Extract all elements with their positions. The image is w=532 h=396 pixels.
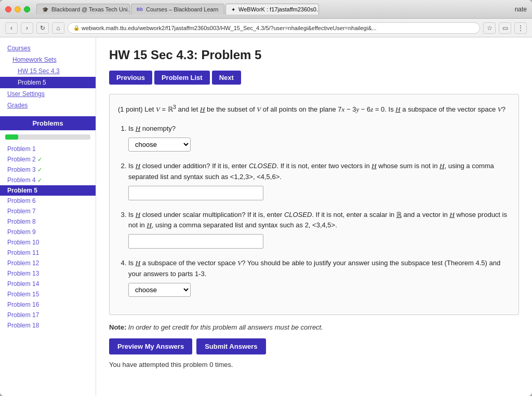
question-3-input[interactable] (128, 234, 263, 249)
note-text: In order to get credit for this problem … (128, 323, 323, 331)
courses-tab-icon: Bb (137, 7, 143, 12)
q1-var-H: H (136, 125, 140, 132)
preview-button[interactable]: Preview My Answers (109, 338, 192, 354)
sidebar-problem-3[interactable]: Problem 3 ✓ (0, 165, 96, 175)
equation: 7x − 3y − 6z = 0 (338, 105, 384, 113)
problem-intro: (1 point) Let V = ℝ3 and let H be the su… (118, 103, 510, 115)
sidebar-problem-10[interactable]: Problem 10 (0, 237, 96, 248)
sidebar-problem-15[interactable]: Problem 15 (0, 289, 96, 299)
browser-window: 🎓 Blackboard @ Texas Tech Uni... ✕ Bb Co… (0, 0, 532, 396)
question-4: Is H a subspace of the vector space V? Y… (128, 258, 510, 297)
attempt-text: You have attempted this problem 0 times. (109, 361, 519, 368)
var-H: H (200, 105, 205, 113)
problem-list: Problem 1 Problem 2 ✓ Problem 3 ✓ Proble… (0, 144, 96, 331)
sidebar-problem-17[interactable]: Problem 17 (0, 310, 96, 320)
sidebar-problem-12[interactable]: Problem 12 (0, 258, 96, 268)
question-3: Is H closed under scalar multiplication?… (128, 210, 510, 249)
question-1: Is H nonempty? choose Yes No (128, 124, 510, 152)
progress-bar-fill (5, 134, 18, 140)
sidebar-problem-2[interactable]: Problem 2 ✓ (0, 154, 96, 165)
q2-var-H3: H (440, 162, 444, 170)
sidebar-user-settings-link[interactable]: User Settings (0, 88, 96, 100)
note-line: Note: In order to get credit for this pr… (109, 323, 519, 331)
question-2: Is H closed under addition? If it is, en… (128, 161, 510, 200)
q3-var-H2: H (449, 211, 454, 219)
sidebar-problem-13[interactable]: Problem 13 (0, 268, 96, 279)
forward-button[interactable]: › (21, 22, 33, 34)
q2-var-H: H (136, 162, 140, 170)
apps-button[interactable]: ⋮ (514, 22, 527, 34)
home-button[interactable]: ⌂ (52, 22, 64, 34)
address-text: webwork.math.ttu.edu/webwork2/f17jastaff… (82, 25, 377, 31)
tab-courses-close[interactable]: ✕ (223, 7, 224, 12)
q2-var-H2: H (371, 162, 376, 170)
sidebar-problem-7[interactable]: Problem 7 (0, 206, 96, 216)
tabs-bar: 🎓 Blackboard @ Texas Tech Uni... ✕ Bb Co… (36, 4, 515, 15)
nav-bar: ‹ › ↻ ⌂ 🔒 webwork.math.ttu.edu/webwork2/… (0, 19, 532, 37)
question-4-dropdown[interactable]: choose Yes No (128, 283, 191, 297)
browser-content: Courses Homework Sets HW 15 Sec 4.3 Prob… (0, 37, 532, 396)
q3-var-H: H (136, 211, 140, 219)
check-icon-3: ✓ (37, 167, 42, 173)
problem-questions: Is H nonempty? choose Yes No Is H closed… (118, 124, 510, 297)
check-icon-2: ✓ (37, 156, 42, 162)
var-V3: V (498, 105, 502, 113)
sidebar-problem-11[interactable]: Problem 11 (0, 248, 96, 258)
q4-var-V: V (237, 259, 242, 267)
sidebar-homework-sets-link[interactable]: Homework Sets (0, 54, 96, 65)
sidebar-problem-9[interactable]: Problem 9 (0, 227, 96, 237)
maximize-button[interactable] (24, 6, 30, 12)
nav-buttons: Previous Problem List Next (109, 71, 519, 85)
back-button[interactable]: ‹ (5, 22, 18, 34)
next-button[interactable]: Next (212, 71, 241, 85)
tab-blackboard[interactable]: 🎓 Blackboard @ Texas Tech Uni... ✕ (36, 4, 130, 15)
sidebar-problem-8[interactable]: Problem 8 (0, 216, 96, 227)
problem-list-button[interactable]: Problem List (154, 71, 210, 85)
bookmark-button[interactable]: ☆ (483, 22, 496, 34)
tab-blackboard-label: Blackboard @ Texas Tech Uni... (51, 6, 130, 12)
sidebar-problem-14[interactable]: Problem 14 (0, 279, 96, 289)
var-V: V (156, 105, 160, 113)
sidebar-problem-6[interactable]: Problem 6 (0, 196, 96, 206)
cast-button[interactable]: ▭ (499, 22, 511, 34)
sidebar-courses-link[interactable]: Courses (0, 43, 96, 54)
note-label: Note: (109, 323, 126, 331)
q4-var-H: H (136, 259, 140, 267)
sidebar-problem-16[interactable]: Problem 16 (0, 299, 96, 310)
sidebar-problem-4[interactable]: Problem 4 ✓ (0, 175, 96, 185)
tab-webwork-label: WeBWorK : f17jastaffm2360s0... (238, 6, 319, 12)
close-button[interactable] (5, 6, 11, 12)
title-bar: 🎓 Blackboard @ Texas Tech Uni... ✕ Bb Co… (0, 0, 532, 19)
tab-courses[interactable]: Bb Courses – Blackboard Learn ✕ (131, 4, 224, 15)
previous-button[interactable]: Previous (109, 71, 152, 85)
blackboard-tab-icon: 🎓 (42, 7, 48, 12)
submit-button[interactable]: Submit Answers (196, 338, 265, 354)
q3-var-H3: H (147, 221, 151, 229)
tab-courses-label: Courses – Blackboard Learn (146, 6, 218, 12)
sidebar-problem-5[interactable]: Problem 5 (0, 185, 96, 196)
main-content: HW 15 Sec 4.3: Problem 5 Previous Proble… (96, 37, 532, 396)
tab-webwork[interactable]: ✦ WeBWorK : f17jastaffm2360s0... ✕ (225, 4, 319, 15)
minimize-button[interactable] (15, 6, 21, 12)
user-label: nate (515, 6, 527, 13)
var-H2: H (395, 105, 400, 113)
sidebar-hw-link[interactable]: HW 15 Sec 4.3 (0, 65, 96, 77)
page-title: HW 15 Sec 4.3: Problem 5 (109, 48, 519, 62)
sidebar-problem-18[interactable]: Problem 18 (0, 320, 96, 331)
reload-button[interactable]: ↻ (36, 22, 49, 34)
address-bar[interactable]: 🔒 webwork.math.ttu.edu/webwork2/f17jasta… (68, 22, 480, 34)
check-icon-4: ✓ (37, 177, 42, 183)
problems-section-header: Problems (0, 116, 96, 130)
progress-bar-container (0, 133, 96, 144)
var-V2: V (257, 105, 261, 113)
sidebar-current-problem: Problem 5 (0, 77, 96, 88)
progress-bar-bg (5, 134, 90, 140)
sidebar-grades-link[interactable]: Grades (0, 100, 96, 111)
lock-icon: 🔒 (73, 25, 79, 31)
question-1-dropdown[interactable]: choose Yes No (128, 138, 191, 152)
q3-var-R: ℝ (396, 211, 402, 219)
sidebar-problem-1[interactable]: Problem 1 (0, 144, 96, 154)
question-2-input[interactable] (128, 186, 263, 200)
action-buttons: Preview My Answers Submit Answers (109, 338, 519, 354)
traffic-lights (5, 6, 30, 12)
